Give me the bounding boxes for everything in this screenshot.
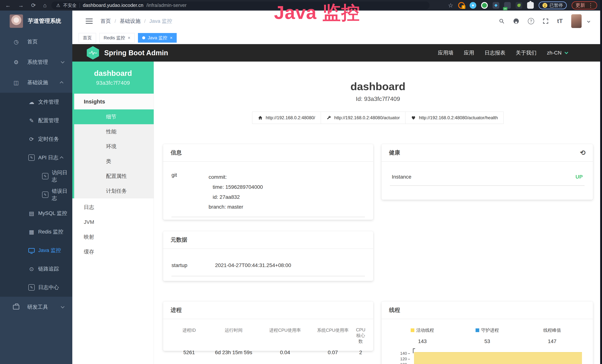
timer-icon: ⟳ <box>27 136 36 142</box>
kebab-menu-icon[interactable]: ⋮ <box>588 2 593 8</box>
extension-icon-leaf[interactable] <box>516 2 522 9</box>
sidebar-item-log-center[interactable]: ✎ 日志中心 <box>0 278 72 297</box>
sidebar-item-error-log[interactable]: ✎ 错误日志 <box>0 185 72 204</box>
log-pencil-icon: ✎ <box>41 192 49 198</box>
sidebar-item-job[interactable]: ⟳ 定时任务 <box>0 130 72 148</box>
github-icon[interactable] <box>513 18 519 24</box>
security-label[interactable]: 不安全 <box>63 2 76 8</box>
sba-nav-applications[interactable]: 应用 <box>464 49 474 56</box>
sidebar-item-redis[interactable]: ▦ Redis 监控 <box>0 223 72 241</box>
sidebar-item-devtools[interactable]: 研发工具 <box>0 297 72 317</box>
menu-item-scheduled-tasks[interactable]: 计划任务 <box>74 183 154 198</box>
instance-id: 93a3fc7f7409 <box>96 80 130 86</box>
breadcrumb-infra[interactable]: 基础设施 <box>120 18 140 25</box>
extension-icon-pin[interactable] <box>470 2 476 9</box>
threads-card: 线程 活动线程 守护进程 线程峰值 143 53 1 <box>382 301 593 364</box>
tab-home[interactable]: 首页 <box>79 33 96 43</box>
sidebar-item-config[interactable]: ✎ 配置管理 <box>0 111 72 130</box>
reload-icon[interactable]: ⟳ <box>31 2 36 9</box>
breadcrumb-current: Java 监控 <box>150 18 172 25</box>
url-path: /infra/admin-server <box>146 2 186 8</box>
chevron-down-icon[interactable] <box>587 20 590 23</box>
extension-icon-orange[interactable]: 1 <box>458 2 465 9</box>
sba-nav-wallboard[interactable]: 应用墙 <box>438 49 453 56</box>
sidebar-item-system[interactable]: ⚙ 系统管理 <box>0 52 72 72</box>
dashboard-gauge-icon: ◷ <box>12 39 20 45</box>
update-button[interactable]: 更新 ⋮ <box>572 1 597 10</box>
sidebar-item-infrastructure[interactable]: ◫ 基础设施 <box>0 72 72 93</box>
address-bar[interactable]: ⚠ 不安全 dashboard.yudao.iocoder.cn/infra/a… <box>51 1 430 9</box>
instance-header[interactable]: dashboard 93a3fc7f7409 <box>72 62 154 94</box>
hamburger-icon[interactable] <box>86 19 93 24</box>
heartbeat-icon <box>411 115 416 120</box>
browser-chrome: ← → ⟳ ⌂ ⚠ 不安全 dashboard.yudao.iocoder.cn… <box>0 0 602 11</box>
extensions-puzzle-icon[interactable] <box>527 2 534 9</box>
bookmark-star-icon[interactable]: ☆ <box>448 2 453 9</box>
cloud-upload-icon: ☁ <box>27 99 36 105</box>
search-icon[interactable] <box>499 18 505 24</box>
history-icon[interactable]: ⟲ <box>580 150 585 156</box>
back-icon[interactable]: ← <box>5 2 11 9</box>
menu-item-details[interactable]: 细节 <box>74 109 154 124</box>
menu-item-metrics[interactable]: 性能 <box>74 124 154 139</box>
home-icon[interactable]: ⌂ <box>43 2 46 9</box>
help-icon[interactable]: ? <box>528 18 534 24</box>
insights-group: Insights 细节 性能 环境 类 配置属性 计划任务 <box>72 94 154 198</box>
layers-icon: ▦ <box>27 229 36 235</box>
extension-icon-green-circle[interactable] <box>481 2 488 9</box>
close-icon[interactable]: × <box>170 35 172 40</box>
paused-badge[interactable]: 已暂停 <box>538 1 567 9</box>
health-instance-row: Instance UP <box>390 167 585 186</box>
log-pencil-icon: ✎ <box>27 284 36 290</box>
instance-sidebar: dashboard 93a3fc7f7409 Insights 细节 性能 环境… <box>72 62 154 364</box>
sba-nav-about[interactable]: 关于我们 <box>516 49 537 56</box>
chevron-down-icon <box>61 305 64 308</box>
extension-icon-switch[interactable]: on <box>504 2 511 9</box>
menu-item-environment[interactable]: 环境 <box>74 139 154 154</box>
chevron-up-icon <box>60 81 64 85</box>
close-icon[interactable]: × <box>128 35 130 40</box>
sidebar-item-trace[interactable]: ⊙ 链路追踪 <box>0 260 72 278</box>
menu-item-caches[interactable]: 缓存 <box>72 244 154 259</box>
sidebar-item-java-monitor[interactable]: Java 监控 <box>0 241 72 260</box>
log-pencil-icon: ✎ <box>41 173 49 179</box>
page-subtitle-id: Id: 93a3fc7f7409 <box>154 96 602 102</box>
menu-item-config-props[interactable]: 配置属性 <box>74 169 154 183</box>
sidebar-item-home[interactable]: ◷ 首页 <box>0 32 72 52</box>
sba-nav-journal[interactable]: 日志报表 <box>485 49 505 56</box>
info-card-title: 信息 <box>171 149 182 157</box>
tab-redis-monitor[interactable]: Redis 监控 × <box>99 33 135 43</box>
fullscreen-icon[interactable] <box>543 18 548 24</box>
font-size-icon[interactable]: tT <box>557 18 563 24</box>
forward-icon[interactable]: → <box>18 2 24 9</box>
sba-brand-title[interactable]: Spring Boot Admin <box>104 49 168 57</box>
actuator-url-link[interactable]: http://192.168.0.2:48080/actuator <box>321 112 406 124</box>
locale-select[interactable]: zh-CN <box>547 50 567 56</box>
active-dot-icon <box>142 36 145 39</box>
sidebar-item-access-log[interactable]: ✎ 访问日志 <box>0 167 72 185</box>
live-threads-area <box>414 352 582 364</box>
monitor-icon <box>27 248 36 253</box>
app-logo-row[interactable]: 芋道管理系统 <box>0 11 72 32</box>
extension-icon-grid[interactable] <box>493 2 499 9</box>
menu-item-mappings[interactable]: 映射 <box>72 230 154 244</box>
breadcrumb-home[interactable]: 首页 <box>100 18 111 25</box>
legend-peak-threads: 线程峰值 <box>520 327 585 333</box>
sidebar-item-file[interactable]: ☁ 文件管理 <box>0 93 72 111</box>
sidebar-item-mysql[interactable]: ▤ MySQL 监控 <box>0 204 72 223</box>
menu-item-logs[interactable]: 日志 <box>72 200 154 215</box>
menu-item-jvm[interactable]: JVM <box>72 215 154 230</box>
health-card-title: 健康 <box>389 149 400 157</box>
eye-icon: ⊙ <box>27 266 36 272</box>
sidebar-item-api-log[interactable]: ✎ API 日志 <box>0 148 72 167</box>
service-url-link[interactable]: http://192.168.0.2:48080/ <box>252 112 321 124</box>
tab-java-monitor[interactable]: Java 监控 × <box>138 33 177 43</box>
sba-logo-icon <box>87 46 99 60</box>
instance-detail-panel: dashboard Id: 93a3fc7f7409 http://192.16… <box>154 62 602 364</box>
health-url-link[interactable]: http://192.168.0.2:48080/actuator/health <box>405 112 504 124</box>
metadata-card: 元数据 startup 2021-04-27T00:44:31.254+08:0… <box>163 231 373 281</box>
avatar[interactable] <box>571 14 582 28</box>
menu-item-classes[interactable]: 类 <box>74 154 154 169</box>
log-pencil-icon: ✎ <box>27 154 36 161</box>
process-card: 进程 进程ID 运行时间 进程CPU使用率 系统CPU使用率 CPU核心数 52… <box>163 301 373 351</box>
